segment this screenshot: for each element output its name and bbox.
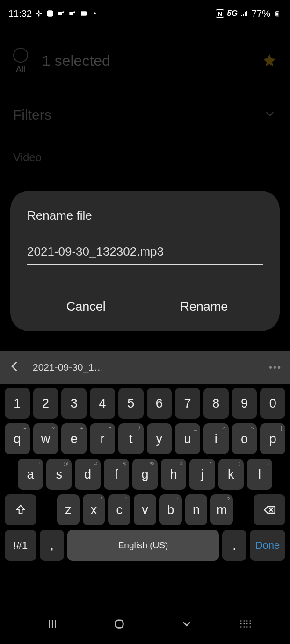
svg-point-6 <box>51 12 52 12</box>
back-button[interactable] <box>173 615 201 633</box>
keyboard-row-5: !#1 , English (US) . Done <box>5 530 285 561</box>
comma-key[interactable]: , <box>40 530 64 561</box>
select-all-radio[interactable] <box>13 48 28 63</box>
selection-header: All 1 selected <box>13 48 277 74</box>
svg-point-28 <box>250 620 251 622</box>
svg-point-32 <box>250 623 251 625</box>
keyboard: 1234567890 q+w×e÷r=t/yu_i<o>p[ a!s@d#f$g… <box>0 384 290 565</box>
svg-rect-18 <box>276 11 278 11</box>
key-z[interactable]: z <box>57 494 80 525</box>
key-2[interactable]: 2 <box>33 388 58 419</box>
key-e[interactable]: e÷ <box>61 423 87 454</box>
key-d[interactable]: d# <box>75 459 100 490</box>
svg-rect-13 <box>243 14 244 16</box>
keyboard-row-2: q+w×e÷r=t/yu_i<o>p[ <box>5 423 285 454</box>
svg-rect-17 <box>276 13 279 16</box>
key-x[interactable]: x' <box>83 494 105 525</box>
svg-point-10 <box>73 11 75 13</box>
svg-point-33 <box>240 626 242 628</box>
background-content: All 1 selected Filters Video <box>0 23 290 164</box>
key-y[interactable]: y <box>147 423 172 454</box>
key-g[interactable]: g% <box>132 459 158 490</box>
instagram-icon <box>46 9 54 18</box>
recents-button[interactable] <box>38 615 66 633</box>
key-b[interactable]: b: <box>160 494 182 525</box>
key-1[interactable]: 1 <box>5 388 30 419</box>
network-label: 5G <box>227 9 238 18</box>
key-t[interactable]: t/ <box>118 423 144 454</box>
key-q[interactable]: q+ <box>5 423 30 454</box>
filters-row[interactable]: Filters <box>13 107 277 123</box>
keyboard-row-4: zx'c"v;b:n,m? <box>5 494 285 525</box>
rename-dialog: Rename file Cancel Rename <box>10 191 280 331</box>
selected-count: 1 selected <box>42 52 110 70</box>
key-3[interactable]: 3 <box>61 388 87 419</box>
key-m[interactable]: m? <box>210 494 233 525</box>
teams-icon <box>57 9 65 18</box>
done-key[interactable]: Done <box>250 530 285 561</box>
status-time: 11:32 <box>8 8 32 19</box>
key-f[interactable]: f$ <box>104 459 129 490</box>
svg-point-27 <box>246 620 248 622</box>
dot-icon: • <box>91 9 99 18</box>
rename-button[interactable]: Rename <box>145 291 263 322</box>
svg-rect-11 <box>81 11 87 15</box>
svg-rect-9 <box>69 12 73 15</box>
backspace-key[interactable] <box>254 494 285 525</box>
teams-icon-2 <box>68 9 77 18</box>
key-j[interactable]: j* <box>189 459 215 490</box>
key-r[interactable]: r= <box>90 423 115 454</box>
key-i[interactable]: i< <box>203 423 229 454</box>
svg-point-26 <box>244 620 245 622</box>
key-6[interactable]: 6 <box>147 388 172 419</box>
svg-point-36 <box>250 626 251 628</box>
key-n[interactable]: n, <box>185 494 208 525</box>
key-u[interactable]: u_ <box>175 423 200 454</box>
svg-point-34 <box>244 626 245 628</box>
key-k[interactable]: k( <box>218 459 244 490</box>
home-button[interactable] <box>105 615 133 633</box>
keyboard-switch-button[interactable] <box>239 615 252 633</box>
svg-rect-3 <box>38 14 40 16</box>
chevron-down-icon <box>263 107 277 123</box>
key-7[interactable]: 7 <box>175 388 200 419</box>
star-icon[interactable] <box>262 53 277 70</box>
symbols-key[interactable]: !#1 <box>5 530 36 561</box>
key-p[interactable]: p[ <box>260 423 285 454</box>
svg-rect-14 <box>245 12 246 16</box>
back-icon[interactable] <box>8 360 22 375</box>
all-label: All <box>16 64 25 74</box>
svg-point-8 <box>62 11 64 13</box>
space-key[interactable]: English (US) <box>67 530 219 561</box>
key-c[interactable]: c" <box>108 494 130 525</box>
key-4[interactable]: 4 <box>90 388 115 419</box>
svg-point-31 <box>246 623 248 625</box>
key-w[interactable]: w× <box>33 423 58 454</box>
key-l[interactable]: l) <box>247 459 272 490</box>
key-v[interactable]: v; <box>134 494 156 525</box>
battery-icon <box>273 9 282 18</box>
svg-point-25 <box>240 620 242 622</box>
key-a[interactable]: a! <box>18 459 43 490</box>
app-icon <box>80 9 88 18</box>
navigation-bar <box>0 610 290 637</box>
filename-input[interactable] <box>27 243 263 265</box>
shift-key[interactable] <box>5 494 36 525</box>
key-o[interactable]: o> <box>232 423 257 454</box>
suggestion-text[interactable]: 2021-09-30_1… <box>33 362 104 373</box>
key-s[interactable]: s@ <box>46 459 72 490</box>
svg-point-30 <box>244 623 245 625</box>
keyboard-row-numbers: 1234567890 <box>5 388 285 419</box>
status-bar: 11:32 • N 5G 77% <box>0 0 290 23</box>
more-icon[interactable]: ••• <box>269 362 282 373</box>
svg-rect-7 <box>58 12 62 15</box>
key-h[interactable]: h& <box>161 459 186 490</box>
key-8[interactable]: 8 <box>203 388 229 419</box>
key-0[interactable]: 0 <box>260 388 285 419</box>
period-key[interactable]: . <box>222 530 246 561</box>
svg-rect-0 <box>36 13 38 14</box>
key-5[interactable]: 5 <box>118 388 144 419</box>
key-9[interactable]: 9 <box>232 388 257 419</box>
svg-rect-15 <box>246 11 247 16</box>
cancel-button[interactable]: Cancel <box>27 291 145 322</box>
